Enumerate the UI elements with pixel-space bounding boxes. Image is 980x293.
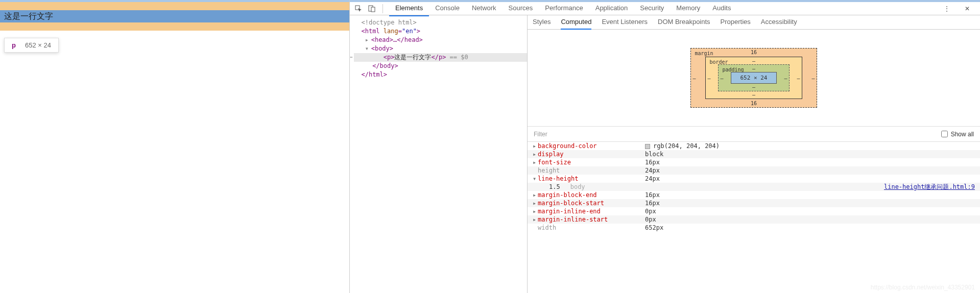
device-toggle-icon[interactable] — [367, 4, 376, 13]
filter-row: Filter Show all — [528, 127, 980, 142]
tooltip-dimensions: 652 × 24 — [25, 41, 51, 49]
prop-row[interactable]: ▸margin-block-start16px — [528, 199, 980, 207]
sidetab-event-listeners[interactable]: Event Listeners — [602, 15, 648, 30]
tab-application[interactable]: Application — [589, 1, 634, 16]
prop-row[interactable]: ▸margin-inline-end0px — [528, 207, 980, 215]
show-all-input[interactable] — [941, 131, 948, 137]
padding-label: padding — [723, 67, 744, 72]
tab-console[interactable]: Console — [429, 1, 466, 16]
filter-input[interactable]: Filter — [534, 131, 547, 138]
paragraph-element[interactable]: 这是一行文字 — [0, 10, 349, 22]
sidetab-accessibility[interactable]: Accessibility — [761, 15, 797, 30]
content-box: 652 × 24 — [731, 72, 777, 84]
sidetab-dom-breakpoints[interactable]: DOM Breakpoints — [658, 15, 710, 30]
sidetab-computed[interactable]: Computed — [561, 15, 591, 30]
svg-rect-2 — [371, 7, 375, 12]
sidetab-styles[interactable]: Styles — [533, 15, 551, 30]
devtools-panel: ElementsConsoleNetworkSourcesPerformance… — [349, 0, 980, 293]
tab-audits[interactable]: Audits — [706, 1, 737, 16]
box-model-diagram: margin 16 16 – – border – – – – padding … — [528, 30, 980, 127]
prop-row[interactable]: ▸font-size16px — [528, 158, 980, 166]
margin-highlight-top — [0, 2, 349, 10]
inspect-icon[interactable] — [354, 4, 363, 13]
rendered-page: 这是一行文字 p 652 × 24 — [0, 0, 349, 293]
tab-memory[interactable]: Memory — [670, 1, 706, 16]
inspector-tooltip: p 652 × 24 — [4, 38, 59, 53]
devtools-main-tabs: ElementsConsoleNetworkSourcesPerformance… — [389, 1, 737, 16]
show-all-checkbox[interactable]: Show all — [941, 131, 974, 138]
prop-row[interactable]: ▸displayblock — [528, 150, 980, 158]
prop-row[interactable]: height24px — [528, 166, 980, 175]
tab-sources[interactable]: Sources — [503, 1, 539, 16]
styles-pane: StylesComputedEvent ListenersDOM Breakpo… — [528, 15, 980, 293]
tooltip-tag: p — [12, 41, 16, 49]
margin-highlight-bottom — [0, 22, 349, 31]
prop-row[interactable]: width652px — [528, 224, 980, 232]
prop-row[interactable]: ▸margin-block-end16px — [528, 191, 980, 199]
more-icon[interactable]: ⋮ — [942, 4, 951, 13]
margin-label: margin — [695, 51, 713, 56]
prop-row[interactable]: 1.5bodyline-height继承问题.html:9 — [528, 183, 980, 191]
prop-row[interactable]: ▸background-colorrgb(204, 204, 204) — [528, 142, 980, 150]
computed-properties[interactable]: ▸background-colorrgb(204, 204, 204)▸disp… — [528, 142, 980, 293]
tab-network[interactable]: Network — [466, 1, 503, 16]
prop-row[interactable]: ▸margin-inline-start0px — [528, 215, 980, 224]
tab-elements[interactable]: Elements — [389, 1, 429, 16]
sidetab-properties[interactable]: Properties — [721, 15, 751, 30]
divider — [383, 4, 383, 13]
devtools-header: ElementsConsoleNetworkSourcesPerformance… — [350, 0, 980, 15]
elements-tree[interactable]: <!doctype html> <html lang="en"> ▸<head>… — [350, 15, 528, 293]
source-link[interactable]: line-height继承问题.html:9 — [884, 183, 975, 191]
tab-security[interactable]: Security — [634, 1, 670, 16]
prop-row[interactable]: ▾line-height24px — [528, 175, 980, 183]
close-icon[interactable]: ✕ — [963, 4, 972, 13]
tab-performance[interactable]: Performance — [539, 1, 589, 16]
styles-tabs: StylesComputedEvent ListenersDOM Breakpo… — [528, 15, 980, 30]
selected-element-row[interactable]: ⋯ <p>这是一行文字</p> == $0 — [354, 53, 527, 62]
